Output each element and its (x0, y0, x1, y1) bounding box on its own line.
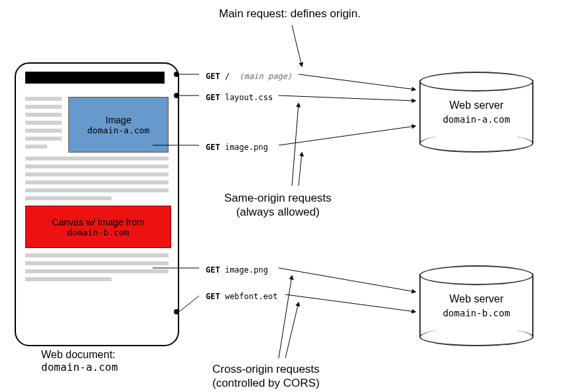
title-bar (25, 72, 165, 84)
request-image-b: GET image.png (206, 265, 268, 275)
image-label: Image (106, 115, 131, 125)
svg-line-7 (279, 268, 415, 292)
server-b-label: Web server (419, 293, 533, 305)
canvas-block: Canvas w/ image from domain-b.com (25, 206, 171, 248)
svg-line-1 (299, 74, 415, 90)
svg-line-10 (292, 25, 302, 66)
dot-main-page (174, 72, 179, 77)
canvas-label: Canvas w/ image from (52, 217, 144, 228)
svg-line-13 (279, 276, 292, 358)
dot-layout-css (174, 93, 179, 98)
server-a-domain: domain-a.com (419, 114, 533, 125)
document-caption: Web document: domain-a.com (41, 349, 118, 373)
web-document: Image domain-a.com Canvas w/ image from … (15, 62, 179, 346)
dot-webfont (174, 309, 179, 314)
note-same-origin: Same-origin requests(always allowed) (224, 191, 332, 220)
svg-line-9 (285, 294, 415, 312)
svg-line-14 (285, 302, 299, 358)
image-domain: domain-a.com (88, 125, 150, 135)
server-a-label: Web server (419, 99, 533, 111)
server-b-domain: domain-b.com (419, 308, 533, 318)
image-block: Image domain-a.com (68, 97, 169, 153)
svg-line-3 (279, 96, 415, 101)
request-layout-css: GET layout.css (206, 93, 273, 102)
svg-line-5 (279, 126, 415, 145)
note-main-request: Main request: defines origin. (219, 7, 361, 21)
request-webfont: GET webfont.eot (206, 292, 277, 301)
note-cross-origin: Cross-origin requests(controlled by CORS… (212, 362, 320, 391)
server-b-cylinder: Web server domain-b.com (419, 265, 533, 346)
request-image-a: GET image.png (206, 143, 268, 152)
server-a-cylinder: Web server domain-a.com (419, 72, 533, 153)
request-main-page: GET / (main page) (206, 72, 292, 81)
svg-line-11 (292, 103, 299, 186)
svg-line-12 (299, 153, 302, 186)
canvas-domain: domain-b.com (67, 228, 129, 237)
svg-line-8 (179, 296, 199, 312)
